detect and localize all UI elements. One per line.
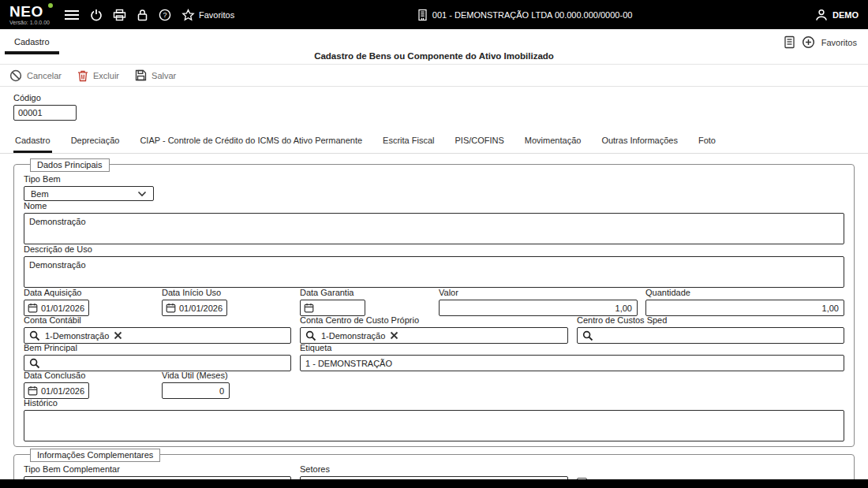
quantidade-input[interactable]: 1,00 — [645, 300, 844, 316]
data-inicio-uso-value: 01/01/2026 — [179, 304, 223, 313]
tipo-bem-label: Tipo Bem — [24, 174, 844, 184]
logo-text: NEO — [9, 4, 50, 19]
field-conta-contabil: Conta Contábil 1-Demonstração — [24, 315, 291, 344]
fieldset-dados-principais: Dados Principais Tipo Bem Bem Nome Demon… — [13, 164, 855, 447]
delete-label: Excluir — [93, 71, 119, 80]
power-icon[interactable] — [90, 9, 103, 21]
version-text: Versão: 1.0.0.00 — [9, 20, 50, 25]
save-button[interactable]: Salvar — [135, 69, 176, 81]
clear-icon[interactable] — [390, 331, 398, 340]
descricao-uso-value: Demonstração — [29, 260, 86, 270]
search-icon[interactable] — [29, 358, 40, 369]
tab-movimentacao[interactable]: Movimentação — [523, 131, 583, 153]
field-conta-centro-custo-proprio: Conta Centro de Custo Próprio 1-Demonstr… — [300, 315, 568, 344]
field-tipo-bem: Tipo Bem Bem — [24, 174, 844, 201]
search-icon[interactable] — [29, 330, 40, 341]
bem-principal-input[interactable] — [24, 355, 291, 371]
chevron-down-icon — [137, 191, 147, 197]
field-bem-principal: Bem Principal — [24, 343, 291, 371]
tab-outras-informacoes[interactable]: Outras Informações — [600, 131, 679, 153]
codigo-label: Código — [13, 93, 868, 103]
topbar-icons: ? Favoritos — [64, 9, 234, 21]
menu-icon[interactable] — [64, 9, 80, 21]
etiqueta-value: 1 - DEMONSTRAÇÃO — [305, 359, 392, 368]
document-icon[interactable] — [784, 35, 795, 49]
data-inicio-uso-label: Data Início Uso — [162, 288, 227, 298]
data-conclusao-input[interactable]: 01/01/2026 — [24, 382, 89, 399]
conta-contabil-input[interactable]: 1-Demonstração — [24, 327, 291, 344]
vida-util-value: 0 — [219, 386, 224, 396]
tab-depreciacao[interactable]: Depreciação — [69, 131, 122, 153]
quantidade-label: Quantidade — [645, 288, 844, 298]
field-historico: Histórico — [24, 398, 844, 441]
vida-util-label: Vida Útil (Meses) — [162, 371, 230, 381]
field-nome: Nome Demonstração — [24, 201, 844, 244]
tab-escrita-fiscal[interactable]: Escrita Fiscal — [381, 131, 436, 153]
field-vida-util: Vida Útil (Meses) 0 — [162, 371, 230, 399]
cancel-button[interactable]: Cancelar — [9, 69, 62, 82]
field-valor: Valor 1,00 — [439, 288, 638, 316]
tab-foto[interactable]: Foto — [697, 131, 717, 153]
record-tabs: Cadastro Depreciação CIAP - Controle de … — [0, 131, 868, 154]
svg-text:?: ? — [163, 11, 166, 19]
person-icon — [815, 9, 828, 21]
calendar-icon[interactable] — [28, 303, 38, 313]
calendar-icon[interactable] — [166, 303, 176, 313]
data-garantia-label: Data Garantia — [300, 288, 365, 298]
save-icon — [135, 69, 147, 81]
favoritos-header-label[interactable]: Favoritos — [821, 38, 857, 47]
data-garantia-input[interactable] — [300, 300, 365, 316]
tipo-bem-select[interactable]: Bem — [24, 186, 154, 201]
conta-contabil-value: 1-Demonstração — [45, 331, 109, 341]
favoritos-topbar-label: Favoritos — [199, 10, 234, 20]
add-favorite-icon[interactable] — [802, 35, 815, 49]
help-icon[interactable]: ? — [159, 9, 171, 21]
field-centro-custos-sped: Centro de Custos Sped — [577, 315, 844, 344]
tab-cadastro[interactable]: Cadastro — [13, 131, 52, 153]
valor-value: 1,00 — [615, 304, 632, 313]
centro-custos-sped-input[interactable] — [577, 327, 844, 344]
cancel-icon — [9, 69, 22, 82]
data-conclusao-value: 01/01/2026 — [41, 386, 84, 396]
codigo-input[interactable] — [13, 105, 77, 121]
tab-pis-cofins[interactable]: PIS/COFINS — [453, 131, 505, 153]
lock-icon[interactable] — [137, 9, 148, 21]
field-etiqueta: Etiqueta 1 - DEMONSTRAÇÃO — [300, 343, 844, 371]
data-aquisicao-input[interactable]: 01/01/2026 — [24, 300, 89, 316]
tab-ciap[interactable]: CIAP - Controle de Crédito do ICMS do At… — [138, 131, 364, 153]
descricao-uso-label: Descrição de Uso — [24, 244, 844, 255]
star-icon — [181, 9, 195, 21]
action-toolbar: Cancelar Excluir Salvar — [0, 65, 868, 87]
delete-button[interactable]: Excluir — [77, 69, 119, 82]
trash-icon — [77, 69, 88, 82]
fieldset-dados-principais-legend: Dados Principais — [30, 158, 110, 172]
conta-centro-custo-proprio-input[interactable]: 1-Demonstração — [300, 327, 568, 344]
field-descricao-uso: Descrição de Uso Demonstração — [24, 244, 844, 288]
etiqueta-label: Etiqueta — [300, 343, 844, 353]
nome-input[interactable]: Demonstração — [24, 213, 844, 244]
search-icon[interactable] — [582, 330, 593, 341]
company-selector[interactable]: 001 - DEMONSTRAÇÃO LTDA 00.000.000/0000-… — [417, 9, 633, 21]
nome-label: Nome — [24, 201, 844, 211]
conta-contabil-label: Conta Contábil — [24, 315, 291, 326]
app-logo: NEO Versão: 1.0.0.00 — [9, 4, 50, 25]
descricao-uso-input[interactable]: Demonstração — [24, 256, 844, 288]
data-conclusao-label: Data Conclusão — [24, 371, 89, 381]
setores-label: Setores — [300, 464, 568, 475]
user-menu[interactable]: DEMO — [815, 9, 859, 21]
vida-util-input[interactable]: 0 — [162, 382, 230, 399]
calendar-icon[interactable] — [304, 303, 314, 313]
search-icon[interactable] — [305, 330, 316, 341]
printer-icon[interactable] — [113, 9, 126, 21]
data-inicio-uso-input[interactable]: 01/01/2026 — [162, 300, 227, 316]
historico-label: Histórico — [24, 398, 844, 408]
clear-icon[interactable] — [114, 331, 122, 340]
historico-input[interactable] — [24, 410, 844, 441]
favoritos-topbar-button[interactable]: Favoritos — [181, 9, 234, 21]
etiqueta-input[interactable]: 1 - DEMONSTRAÇÃO — [300, 355, 844, 371]
data-aquisicao-label: Data Aquisição — [24, 288, 89, 298]
calendar-icon[interactable] — [28, 386, 38, 396]
valor-input[interactable]: 1,00 — [439, 300, 638, 316]
nome-value: Demonstração — [29, 217, 86, 226]
field-quantidade: Quantidade 1,00 — [645, 288, 844, 316]
